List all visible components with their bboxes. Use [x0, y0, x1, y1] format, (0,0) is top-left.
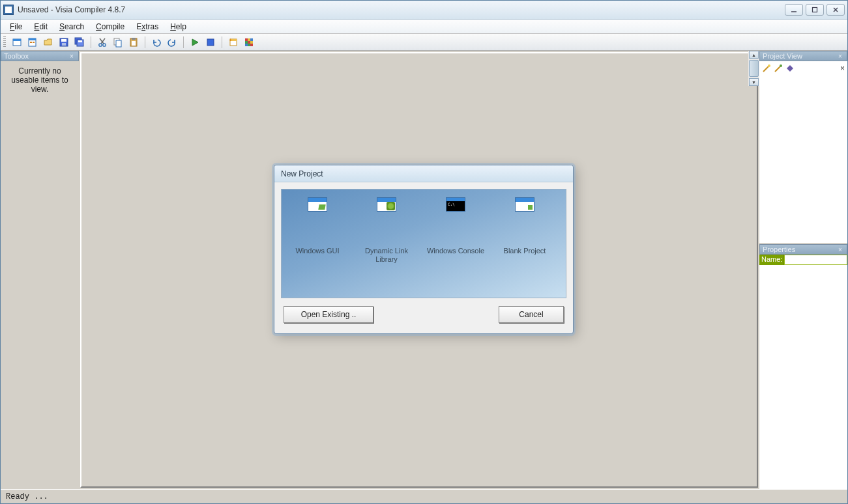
menubar: File Edit Search Compile Extras Help [1, 20, 847, 34]
add-form-button[interactable]: + [226, 35, 241, 49]
template-area: Windows GUI Dynamic Link Library Windows… [281, 189, 566, 298]
pv-diamond-icon[interactable] [785, 64, 795, 73]
scroll-thumb[interactable] [749, 60, 759, 77]
new-file-button[interactable] [25, 35, 40, 49]
property-name-label: Name: [759, 255, 784, 265]
pv-wand2-icon[interactable] [774, 64, 783, 73]
svg-rect-7 [29, 38, 36, 40]
titlebar: Unsaved - Visia Compiler 4.8.7 [1, 1, 847, 20]
template-label: Blank Project [504, 247, 546, 255]
project-view-title: Project View [763, 52, 802, 60]
scroll-up-icon[interactable]: ▲ [749, 51, 759, 59]
svg-rect-8 [30, 42, 32, 43]
svg-rect-11 [61, 39, 66, 42]
paste-button[interactable] [126, 35, 141, 49]
cancel-button[interactable]: Cancel [499, 306, 564, 323]
toolbox-message: Currently no useable items to view. [11, 66, 68, 94]
menu-help[interactable]: Help [165, 21, 192, 33]
svg-rect-32 [245, 41, 248, 44]
new-project-button[interactable] [10, 35, 24, 49]
svg-rect-29 [245, 38, 248, 41]
template-label: Windows GUI [295, 247, 339, 255]
undo-button[interactable] [149, 35, 164, 49]
svg-rect-33 [248, 41, 250, 44]
toolbox-close-icon[interactable]: × [68, 52, 76, 60]
new-project-dialog: New Project Windows GUI Dynamic Link Lib… [274, 165, 574, 334]
redo-button[interactable] [165, 35, 179, 49]
menu-edit[interactable]: Edit [29, 21, 53, 33]
pv-collapse-icon[interactable]: × [840, 64, 845, 73]
toolbox-body: Currently no useable items to view. [1, 61, 79, 489]
save-button[interactable] [57, 35, 71, 49]
stop-button[interactable] [203, 35, 218, 49]
menu-extras[interactable]: Extras [131, 21, 164, 33]
properties-close-icon[interactable]: × [836, 245, 844, 253]
console-icon [446, 197, 465, 212]
toolbar: + [1, 34, 847, 51]
cut-button[interactable] [95, 35, 110, 49]
project-view-toolbar: × [759, 61, 847, 76]
svg-rect-12 [62, 43, 66, 46]
property-row-name: Name: [759, 255, 847, 265]
project-view-header: Project View × [759, 51, 847, 61]
pv-wand1-icon[interactable] [762, 64, 771, 73]
svg-rect-35 [245, 44, 248, 46]
svg-rect-34 [250, 41, 253, 44]
properties-header: Properties × [759, 244, 847, 255]
right-column: Project View × × Properties × Name: [759, 51, 847, 489]
svg-rect-21 [116, 40, 121, 47]
open-button[interactable] [41, 35, 55, 49]
properties-title: Properties [763, 245, 795, 253]
svg-rect-1 [813, 8, 817, 12]
run-button[interactable] [188, 35, 202, 49]
close-button[interactable] [826, 4, 845, 16]
blank-icon [515, 197, 534, 212]
save-all-button[interactable] [72, 35, 87, 49]
template-windows-console[interactable]: Windows Console [422, 197, 489, 290]
toolbox-title: Toolbox [4, 52, 29, 60]
dll-icon [377, 197, 396, 212]
svg-rect-23 [132, 38, 136, 40]
pixel-grid-button[interactable] [242, 35, 256, 49]
svg-point-39 [780, 64, 782, 67]
copy-button[interactable] [111, 35, 125, 49]
vertical-scrollbar[interactable]: ▲ ▼ [748, 51, 759, 86]
minimize-button[interactable] [785, 4, 803, 16]
property-name-value[interactable] [784, 255, 847, 265]
maximize-button[interactable] [806, 4, 824, 16]
template-dll[interactable]: Dynamic Link Library [353, 197, 420, 290]
svg-rect-31 [250, 38, 253, 41]
template-blank-project[interactable]: Blank Project [491, 197, 558, 290]
windows-gui-icon [308, 197, 327, 212]
svg-rect-36 [248, 44, 250, 46]
svg-rect-37 [250, 44, 253, 46]
window-title: Unsaved - Visia Compiler 4.8.7 [18, 5, 125, 14]
menu-search[interactable]: Search [54, 21, 89, 33]
status-text: Ready ... [6, 492, 48, 501]
svg-text:+: + [229, 37, 232, 43]
toolbox-header: Toolbox × [1, 51, 79, 61]
statusbar: Ready ... [1, 489, 847, 503]
svg-point-38 [768, 64, 770, 67]
svg-rect-25 [207, 39, 214, 46]
open-existing-button[interactable]: Open Existing .. [284, 306, 373, 323]
scroll-down-icon[interactable]: ▼ [749, 78, 759, 86]
toolbox-panel: Toolbox × Currently no useable items to … [1, 51, 79, 489]
svg-rect-24 [132, 41, 136, 46]
app-icon [3, 5, 14, 15]
svg-rect-15 [78, 40, 82, 42]
svg-point-19 [103, 43, 106, 46]
svg-rect-9 [33, 42, 35, 43]
svg-rect-5 [13, 39, 21, 41]
dialog-title: New Project [274, 165, 573, 182]
project-view-panel: Project View × × [759, 51, 847, 243]
svg-rect-30 [248, 38, 250, 41]
svg-point-18 [99, 43, 102, 46]
project-view-close-icon[interactable]: × [836, 52, 844, 60]
menu-compile[interactable]: Compile [91, 21, 130, 33]
toolbar-handle[interactable] [3, 36, 6, 48]
menu-file[interactable]: File [5, 21, 27, 33]
project-view-body [759, 76, 847, 243]
template-label: Dynamic Link Library [353, 247, 420, 264]
template-windows-gui[interactable]: Windows GUI [284, 197, 351, 290]
